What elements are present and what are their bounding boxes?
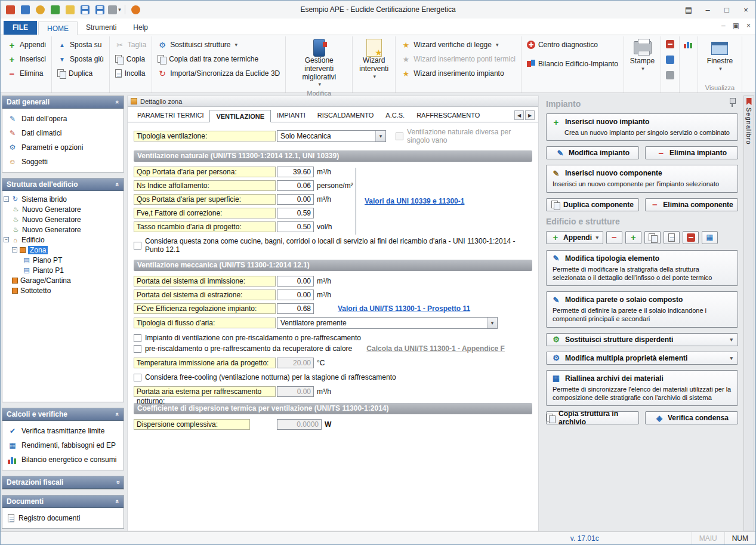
tasso-ricambio-input[interactable]: 0.50: [277, 221, 314, 232]
duplica-componente-button[interactable]: Duplica componente: [546, 198, 639, 211]
tab-strumenti[interactable]: Strumenti: [78, 21, 125, 35]
mdi-close-icon[interactable]: ×: [746, 21, 751, 30]
segnalibro-strip[interactable]: Segnalibro: [743, 96, 754, 531]
wizard-impianto-button[interactable]: ★Wizard inserimento impianto: [398, 66, 519, 81]
maximize-icon[interactable]: □: [717, 2, 736, 17]
appendi-button[interactable]: +Appendi: [4, 38, 49, 52]
sidebar-item-dati-climatici[interactable]: ✎Dati climatici: [4, 126, 122, 140]
collapse-icon[interactable]: −: [4, 237, 9, 242]
elimina-button[interactable]: −Elimina: [4, 66, 49, 81]
importa-euclide-button[interactable]: ↻Importa/Sincronizza da Euclide 3D: [155, 66, 283, 81]
bilancio-edificio-button[interactable]: Bilancio Edificio-Impianto: [524, 57, 621, 71]
elimina-componente-button[interactable]: −Elimina componente: [645, 198, 738, 211]
save-all-icon[interactable]: [93, 3, 106, 16]
riallinea-archivi-button[interactable]: ▦Riallinea archivi dei materiali Permett…: [546, 370, 738, 407]
copia-elemento-button[interactable]: [644, 231, 661, 244]
wizard-interventi-button[interactable]: Wizard interventi▾: [355, 38, 393, 79]
fcve-input[interactable]: 0.68: [277, 303, 314, 314]
app-icon[interactable]: [4, 3, 17, 16]
tab-riscaldamento[interactable]: RISCALDAMENTO: [311, 109, 380, 122]
tab-impianti[interactable]: IMPIANTI: [271, 109, 311, 122]
save-icon[interactable]: [78, 3, 91, 16]
tree-item-garage[interactable]: Garage/Cantina: [12, 275, 122, 285]
sidebar-item-parametri-opzioni[interactable]: ⚙Parametri e opzioni: [4, 140, 122, 155]
tab-parametri-termici[interactable]: PARAMETRI TERMICI: [131, 109, 209, 122]
chart-button[interactable]: [682, 38, 695, 51]
minimize-icon[interactable]: –: [698, 2, 717, 17]
tree-item-piano-pt[interactable]: ▤Piano PT: [23, 255, 122, 265]
pin-icon[interactable]: [728, 97, 736, 107]
toolbar-options-icon[interactable]: ▤: [679, 2, 698, 17]
tab-ventilazione[interactable]: VENTILAZIONE: [209, 110, 271, 122]
ns-input[interactable]: 0.06: [277, 180, 314, 191]
portata-immissione-input[interactable]: 0.00: [277, 276, 314, 287]
collapse-icon[interactable]: −: [12, 247, 17, 253]
incolla-button[interactable]: Incolla: [112, 66, 149, 81]
panel-header-dati-generali[interactable]: Dati generali «: [2, 96, 124, 109]
tab-file[interactable]: FILE: [4, 21, 37, 35]
export-blue-button[interactable]: [664, 53, 677, 66]
close-icon[interactable]: ×: [736, 2, 755, 17]
panel-header-detrazioni[interactable]: Detrazioni fiscali «: [2, 476, 124, 489]
tipologia-ventilazione-select[interactable]: Solo Meccanica ▾: [277, 130, 386, 142]
duplica-button[interactable]: Duplica: [54, 66, 107, 81]
modifica-parete-solaio-button[interactable]: ✎Modifica parete o solaio composto Perme…: [546, 291, 738, 328]
collapse-icon[interactable]: −: [4, 196, 9, 202]
tab-scroll-right-icon[interactable]: ▶: [525, 110, 535, 120]
duplica-elemento-button[interactable]: +: [625, 231, 641, 244]
gestione-interventi-button[interactable]: Gestione interventi migliorativi▾: [288, 38, 350, 88]
open-folder-icon[interactable]: [63, 3, 76, 16]
modifica-impianto-button[interactable]: ✎Modifica impianto: [546, 146, 639, 159]
tree-item-edificio[interactable]: −⌂Edificio: [4, 235, 122, 245]
tab-scroll-left-icon[interactable]: ◀: [514, 110, 524, 120]
esporta-tabella-button[interactable]: ▦: [702, 231, 718, 244]
zona-servizio-checkbox[interactable]: [134, 242, 141, 250]
sposta-giu-button[interactable]: ▼Sposta giù: [54, 52, 107, 66]
tab-acs[interactable]: A.C.S.: [379, 109, 411, 122]
centro-diagnostico-button[interactable]: Centro diagnostico: [524, 38, 621, 52]
sidebar-item-bilancio-energetico[interactable]: Bilancio energetico e consumi: [4, 452, 122, 467]
print-icon[interactable]: ▾: [108, 3, 121, 16]
appendi-elemento-button[interactable]: + Appendi ▾: [546, 231, 603, 244]
stampe-button[interactable]: Stampe▾: [627, 38, 658, 72]
elimina-elemento-button[interactable]: −: [606, 231, 622, 244]
sostituisci-strutture-disperdenti-button[interactable]: ⚙ Sostituisci strutture disperdenti ▾: [546, 333, 738, 346]
tree-item-sistema-ibrido[interactable]: −↻Sistema ibrido: [4, 194, 122, 204]
sostituisci-strutture-button[interactable]: ⚙Sostituisci strutture▾: [155, 38, 283, 52]
modifica-tipologia-elemento-button[interactable]: ✎Modifica tipologia elemento Permette di…: [546, 250, 738, 287]
copia-struttura-archivio-button[interactable]: Copia struttura in archivio: [546, 411, 639, 424]
panel-header-struttura[interactable]: Struttura dell'edificio «: [2, 178, 124, 191]
sce-icon[interactable]: [48, 3, 61, 16]
tipologia-flusso-select[interactable]: Ventilatore premente ▾: [277, 317, 498, 329]
copia-button[interactable]: Copia: [112, 52, 149, 66]
mdi-minimize-icon[interactable]: –: [721, 21, 726, 30]
info-icon[interactable]: [129, 3, 142, 16]
recuperatore-checkbox[interactable]: [134, 345, 141, 353]
verifica-condensa-button[interactable]: ◈Verifica condensa: [645, 411, 738, 424]
wizard-verifiche-button[interactable]: ★Wizard verifiche di legge▾: [398, 38, 519, 52]
inserisci-nuovo-impianto-button[interactable]: +Inserisci nuovo impianto Crea un nuovo …: [546, 113, 738, 141]
freecooling-checkbox[interactable]: [134, 374, 141, 381]
tree-item-sottotetto[interactable]: Sottotetto: [12, 285, 122, 295]
tree-item-generatore-2[interactable]: ♨Nuovo Generatore: [12, 214, 122, 224]
tree-item-zona[interactable]: −Zona: [12, 245, 122, 255]
tab-raffrescamento[interactable]: RAFFRESCAMENTO: [411, 109, 486, 122]
portata-estrazione-input[interactable]: 0.00: [277, 290, 314, 300]
new-document-icon[interactable]: [18, 3, 32, 16]
inserisci-nuovo-componente-button[interactable]: ✎Inserisci nuovo componente Inserisci un…: [546, 165, 738, 192]
copia-dati-zone-button[interactable]: Copia dati tra zone termiche: [155, 52, 283, 66]
sidebar-item-rendimenti[interactable]: ▦Rendimenti, fabbisogni ed EP: [4, 438, 122, 452]
preriscaldamento-checkbox[interactable]: [134, 334, 141, 342]
qos-input[interactable]: 0.00: [277, 194, 314, 205]
sidebar-item-registro-documenti[interactable]: Registro documenti: [4, 511, 122, 525]
fvet-input[interactable]: 0.59: [277, 208, 314, 218]
link-valori-prospetto-11[interactable]: Valori da UNI/TS 11300-1 - Prospetto 11: [338, 304, 470, 313]
panel-header-documenti[interactable]: Documenti «: [2, 495, 124, 508]
modifica-multipla-button[interactable]: ⚙ Modifica multipla proprietà elementi ▾: [546, 352, 738, 365]
preview-icon[interactable]: [33, 3, 47, 16]
elimina-impianto-button[interactable]: −Elimina impianto: [645, 146, 738, 159]
link-valori-uni-10339[interactable]: Valori da UNI 10339 e 11300-1: [365, 197, 464, 205]
finestre-button[interactable]: Finestre▾: [703, 38, 736, 72]
mdi-restore-icon[interactable]: ▣: [733, 21, 739, 30]
esporta-pdf-button[interactable]: [683, 231, 699, 244]
